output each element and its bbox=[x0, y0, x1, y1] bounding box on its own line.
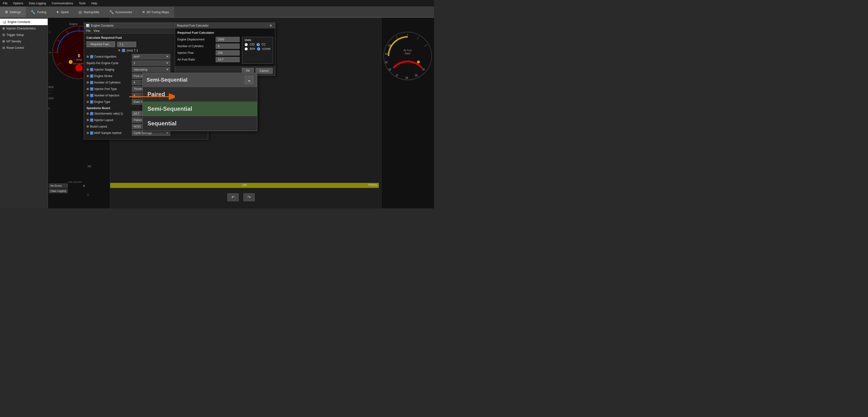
main-content: 📊 Engine Constants ⊞ Injector Characteri… bbox=[0, 18, 434, 208]
sr-help-icon[interactable]: ? bbox=[90, 112, 93, 115]
data-logging-badge: Data Logging bbox=[49, 189, 68, 193]
gauge-scale-1: 1 bbox=[49, 31, 51, 33]
nav-forward-button[interactable]: ↷ bbox=[244, 193, 255, 201]
dropdown-item-sequential[interactable]: Sequential bbox=[143, 116, 257, 131]
sidebar-item-reset-control[interactable]: ⊟ Reset Control bbox=[0, 44, 48, 51]
ni-help-icon[interactable]: ? bbox=[90, 94, 93, 97]
rfc-cancel-button[interactable]: Cancel bbox=[256, 68, 273, 74]
ipt-settings-icon: ⚙ bbox=[86, 87, 89, 91]
rfc-displacement-row: Engine Displacement bbox=[177, 37, 240, 42]
control-algorithm-select[interactable]: MAP TPS bbox=[132, 54, 170, 59]
menu-tools[interactable]: Tools bbox=[78, 1, 86, 5]
rfc-afr-input[interactable] bbox=[216, 57, 240, 62]
rfc-close-button[interactable]: ✕ bbox=[268, 24, 273, 28]
rfc-flow-input[interactable] bbox=[216, 50, 240, 56]
ms-help-icon[interactable]: ? bbox=[122, 49, 125, 52]
engine-label: Engine bbox=[69, 23, 78, 25]
tab-settings[interactable]: ⚙ Settings bbox=[0, 7, 26, 17]
svg-point-31 bbox=[417, 61, 420, 63]
rfc-content: Engine Displacement Number of Cylinders … bbox=[177, 37, 273, 64]
ec-menu-view[interactable]: View bbox=[93, 29, 100, 33]
tab-3d-tuning-maps[interactable]: ✕ 3D Tuning Maps bbox=[137, 7, 174, 17]
tab-spark[interactable]: ✦ Spark bbox=[51, 7, 74, 17]
et-help-icon[interactable]: ? bbox=[90, 100, 93, 104]
dropdown-selected-item[interactable]: Semi-Sequential ⌄ bbox=[143, 73, 257, 87]
rfc-afr-label: Air-Fuel Ratio bbox=[177, 58, 216, 61]
tab-accessories[interactable]: 🔧 Accessories bbox=[104, 7, 137, 17]
dropdown-item-semi-sequential[interactable]: Semi-Sequential bbox=[143, 102, 257, 116]
injector-port-label: Injector Port Type bbox=[94, 87, 117, 91]
ipt-help-icon[interactable]: ? bbox=[90, 87, 93, 91]
rfc-section-title: Required Fuel Calculator bbox=[177, 31, 273, 34]
map-sample-row: ⚙ ? MAP Sample method Cycle AverageCycle… bbox=[86, 130, 206, 136]
dropdown-selected-label: Semi-Sequential bbox=[147, 77, 187, 83]
engine-constants-dialog-icon: 📊 bbox=[86, 24, 90, 27]
status-area: No Errors Data Logging bbox=[48, 183, 69, 194]
is-help-icon[interactable]: ? bbox=[90, 68, 93, 71]
tps-bar: TPS(%) 100 bbox=[110, 183, 379, 188]
sidebar-injector-label: Injector Characteristics bbox=[6, 27, 36, 30]
sidebar-item-engine-constants[interactable]: 📊 Engine Constants bbox=[0, 19, 48, 25]
svg-text:Ratio: Ratio bbox=[405, 52, 410, 55]
sidebar-item-trigger-setup[interactable]: ⊟ Trigger Setup bbox=[0, 32, 48, 38]
sr-settings-icon: ⚙ bbox=[86, 112, 89, 115]
injector-layout-dropdown[interactable]: Semi-Sequential ⌄ Paired Semi-Sequential… bbox=[143, 73, 257, 131]
tab-startup-idle[interactable]: ◎ Startup/Idle bbox=[74, 7, 104, 17]
menu-data-logging[interactable]: Data Logging bbox=[28, 1, 47, 5]
dropdown-item-paired[interactable]: Paired bbox=[143, 87, 257, 102]
rfc-displacement-label: Engine Displacement bbox=[177, 38, 216, 41]
svg-text:13: 13 bbox=[389, 44, 392, 47]
rfc-fields: Engine Displacement Number of Cylinders … bbox=[177, 37, 240, 64]
nav-back-button[interactable]: ↶ bbox=[227, 193, 239, 201]
nc-help-icon[interactable]: ? bbox=[90, 81, 93, 84]
menu-bar: File Options Data Logging Communications… bbox=[0, 0, 434, 7]
sidebar: 📊 Engine Constants ⊞ Injector Characteri… bbox=[0, 18, 48, 208]
tab-tuning[interactable]: 🔧 Tuning bbox=[26, 7, 51, 17]
rfc-lbhr-label: lb/hr bbox=[250, 47, 255, 51]
svg-point-15 bbox=[384, 32, 432, 80]
tab-spark-label: Spark bbox=[61, 10, 69, 14]
injector-layout-label: Injector Layout bbox=[94, 119, 113, 122]
air-fuel-gauge: Air Fuel Ratio 13 14 15 16 17 18 19 20 bbox=[381, 20, 434, 92]
menu-help[interactable]: Help bbox=[90, 1, 98, 5]
injector-staging-select[interactable]: AlternatingSimultaneous bbox=[132, 67, 170, 72]
rfc-cylinders-row: Number of Cylinders bbox=[177, 43, 240, 49]
ca-help-icon[interactable]: ? bbox=[90, 55, 93, 58]
rfc-cc-radio[interactable] bbox=[257, 43, 260, 46]
svg-text:20: 20 bbox=[422, 68, 425, 71]
svg-text:0: 0 bbox=[78, 53, 80, 58]
rfc-cid-radio[interactable] bbox=[245, 43, 248, 46]
bl-settings-icon: ⚙ bbox=[86, 125, 89, 128]
il-help-icon[interactable]: ? bbox=[90, 119, 93, 122]
ec-menu-file[interactable]: File bbox=[86, 29, 91, 33]
3d-maps-icon: ✕ bbox=[142, 10, 145, 14]
ms-map-help-icon[interactable]: ? bbox=[90, 131, 93, 135]
no-errors-badge: No Errors bbox=[49, 184, 68, 188]
is-settings-icon: ⚙ bbox=[86, 68, 89, 71]
iat-icon: ⊞ bbox=[2, 39, 5, 43]
sidebar-item-injector-characteristics[interactable]: ⊞ Injector Characteristics bbox=[0, 25, 48, 32]
engine-constants-icon: 📊 bbox=[2, 20, 6, 24]
required-fuel-button[interactable]: Required Fuel... bbox=[86, 41, 115, 47]
menu-options[interactable]: Options bbox=[12, 1, 24, 5]
rfc-ccmin-radio[interactable] bbox=[257, 47, 260, 51]
dropdown-chevron-icon[interactable]: ⌄ bbox=[245, 76, 253, 84]
rfc-lbhr-radio[interactable] bbox=[245, 47, 248, 51]
es-help-icon[interactable]: ? bbox=[90, 74, 93, 78]
scale-300: 300 bbox=[87, 165, 91, 168]
squirts-select[interactable]: 214 bbox=[132, 61, 170, 66]
required-fuel-value: 7.1 bbox=[117, 42, 136, 47]
bottom-nav-buttons: ↶ ↷ bbox=[227, 193, 255, 201]
map-sample-select[interactable]: Cycle AverageCycle MinimumInstant bbox=[132, 130, 170, 136]
sidebar-item-iat-density[interactable]: ⊞ IAT Density bbox=[0, 38, 48, 44]
rfc-cylinders-input[interactable] bbox=[216, 43, 240, 49]
num-cylinders-label: Number of Cylinders bbox=[94, 81, 120, 84]
menu-communications[interactable]: Communications bbox=[51, 1, 74, 5]
svg-text:RPM: RPM bbox=[76, 58, 82, 61]
rfc-flow-row: Injector Flow bbox=[177, 50, 240, 56]
tps-value: 100 bbox=[242, 184, 247, 186]
rfc-displacement-input[interactable] bbox=[216, 37, 240, 42]
menu-file[interactable]: File bbox=[2, 1, 8, 5]
engine-constants-title: 📊 Engine Constants bbox=[86, 24, 114, 27]
ms-value: (ms) 7.1 bbox=[127, 49, 138, 52]
